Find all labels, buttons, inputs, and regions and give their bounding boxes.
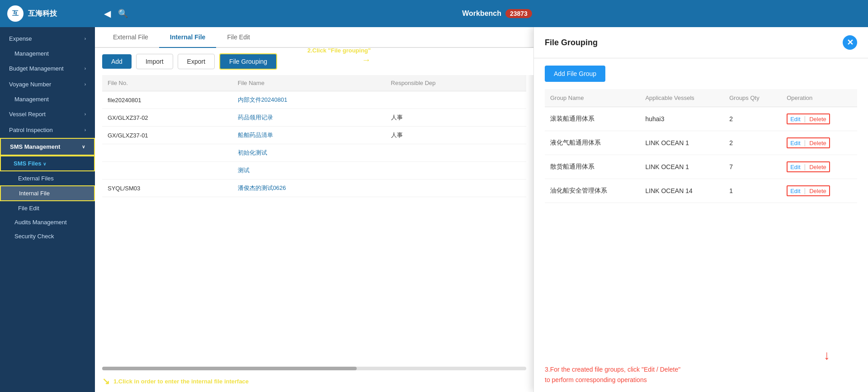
table-row: GX/GLXZ37-01 船舶药品清单 人事 [102, 127, 526, 144]
cell-group-name: 滚装船通用体系 [545, 107, 640, 131]
sidebar-item-patrol[interactable]: Patrol Inspection › [0, 122, 95, 138]
sidebar-item-security[interactable]: Security Check [0, 229, 95, 243]
cell-file-name[interactable]: 初始化测试 [232, 144, 386, 162]
sidebar-item-expense[interactable]: Expense › [0, 31, 95, 47]
cell-file-name[interactable]: 潘俊杰的测试0626 [232, 179, 386, 197]
close-button[interactable]: ✕ [843, 35, 857, 50]
scrollbar-thumb[interactable] [102, 367, 357, 370]
cell-operation: Edit | Delete [781, 155, 857, 179]
right-panel: File Grouping ✕ Add File Group Group Nam… [533, 27, 868, 392]
cell-file-name[interactable]: 内部文件20240801 [232, 91, 386, 109]
separator: | [804, 115, 806, 123]
import-button[interactable]: Import [136, 54, 173, 69]
group-table: Group Name Applicable Vessels Groups Qty… [534, 89, 868, 341]
tab-file-edit[interactable]: File Edit [216, 27, 261, 48]
cell-file-no: GX/GLXZ37-02 [102, 109, 232, 127]
edit-button[interactable]: Edit [790, 116, 800, 123]
group-row: 液化气船通用体系 LINK OCEAN 1 2 Edit | Delete [545, 131, 857, 155]
file-grouping-button[interactable]: File Grouping [219, 53, 277, 70]
col-group-name: Group Name [545, 89, 640, 107]
sidebar-item-sms[interactable]: SMS Management ∨ [0, 138, 95, 156]
workbench-badge: 23873 [505, 9, 532, 18]
chevron-right-icon: › [85, 36, 86, 41]
arrow-down-area: ↓ [545, 348, 857, 363]
sidebar-item-external-files[interactable]: External Files [0, 171, 95, 185]
cell-dept [386, 91, 526, 109]
cell-file-name[interactable]: 测试 [232, 162, 386, 179]
table-row: file20240801 内部文件20240801 [102, 91, 526, 109]
tab-internal-file[interactable]: Internal File [159, 27, 217, 48]
workbench-title: Workbench 23873 [135, 9, 859, 18]
sidebar-item-voyage-management[interactable]: Management [0, 92, 95, 106]
separator: | [804, 187, 806, 194]
sidebar-item-budget[interactable]: Budget Management › [0, 61, 95, 76]
cell-group-name: 液化气船通用体系 [545, 131, 640, 155]
sidebar-item-label: Internal File [19, 190, 50, 197]
sidebar-item-label: File Edit [18, 205, 39, 212]
sidebar-item-label: Voyage Number [9, 81, 51, 88]
tab-external-file[interactable]: External File [102, 27, 159, 48]
chevron-right-icon: › [85, 66, 86, 71]
sidebar-item-label: Management [14, 50, 49, 57]
sidebar-item-internal-file[interactable]: Internal File [0, 185, 95, 201]
separator: | [804, 163, 806, 170]
table-row: SYQL/SM03 潘俊杰的测试0626 [102, 179, 526, 197]
cell-file-name[interactable]: 药品领用记录 [232, 109, 386, 127]
cell-file-no [102, 162, 232, 179]
separator: | [804, 139, 806, 146]
sidebar-item-label: Patrol Inspection [9, 127, 53, 133]
back-button[interactable]: ◀ [104, 8, 111, 19]
table-row: 测试 [102, 162, 526, 179]
panel-toolbar: Add File Group [534, 58, 868, 89]
delete-button[interactable]: Delete [809, 164, 826, 170]
search-icon[interactable]: 🔍 [118, 9, 128, 19]
main-content: External File Internal File File Edit Ad… [95, 27, 868, 392]
panel-title: File Grouping [545, 38, 598, 47]
cell-file-name[interactable]: 船舶药品清单 [232, 127, 386, 144]
cell-operation: Edit | Delete [781, 179, 857, 203]
chevron-down-icon: ∨ [43, 161, 46, 166]
cell-dept: 人事 [386, 109, 526, 127]
sidebar-item-label: Expense [9, 35, 32, 42]
cell-qty: 2 [724, 131, 781, 155]
add-button[interactable]: Add [102, 54, 132, 69]
cell-dept [386, 162, 526, 179]
sidebar-item-vessel-report[interactable]: Vessel Report › [0, 106, 95, 122]
cell-file-no [102, 144, 232, 162]
col-groups-qty: Groups Qty [724, 89, 781, 107]
sidebar-item-sms-files[interactable]: SMS Files ∨ [0, 156, 95, 171]
export-button[interactable]: Export [178, 54, 215, 69]
step3-annotation: 3.For the created file groups, click "Ed… [545, 364, 726, 385]
sidebar-item-label: Audits Management [14, 219, 67, 226]
chevron-right-icon: › [85, 128, 86, 132]
sidebar-item-audits[interactable]: Audits Management [0, 215, 95, 229]
group-row: 滚装船通用体系 huhai3 2 Edit | Delete [545, 107, 857, 131]
toolbar-wrapper: Add Import Export File Grouping 2.Click … [95, 48, 533, 75]
logo-icon: 互 [7, 5, 24, 22]
sidebar-item-expense-management[interactable]: Management [0, 47, 95, 61]
sidebar-item-file-edit[interactable]: File Edit [0, 201, 95, 215]
delete-button[interactable]: Delete [809, 140, 826, 146]
chevron-down-icon: ∨ [82, 144, 85, 149]
delete-button[interactable]: Delete [809, 116, 826, 123]
horizontal-scrollbar[interactable] [102, 367, 526, 370]
tabs-bar: External File Internal File File Edit [95, 27, 533, 48]
edit-button[interactable]: Edit [790, 140, 800, 146]
col-file-no: File No. [102, 75, 232, 91]
cell-dept [386, 144, 526, 162]
sidebar-item-label: Vessel Report [9, 111, 46, 118]
col-operation: Operation [781, 89, 857, 107]
left-panel: External File Internal File File Edit Ad… [95, 27, 533, 392]
add-file-group-button[interactable]: Add File Group [545, 66, 605, 82]
sidebar-item-label: Budget Management [9, 65, 64, 72]
table-row: 初始化测试 [102, 144, 526, 162]
col-file-name: File Name [232, 75, 386, 91]
cell-group-name: 油化船安全管理体系 [545, 179, 640, 203]
col-dept: Responsible Dep [386, 75, 526, 91]
delete-button[interactable]: Delete [809, 188, 826, 194]
sidebar-item-label: External Files [18, 175, 54, 182]
edit-button[interactable]: Edit [790, 188, 800, 194]
logo-text: 互海科技 [28, 9, 57, 19]
sidebar-item-voyage[interactable]: Voyage Number › [0, 76, 95, 92]
edit-button[interactable]: Edit [790, 164, 800, 170]
